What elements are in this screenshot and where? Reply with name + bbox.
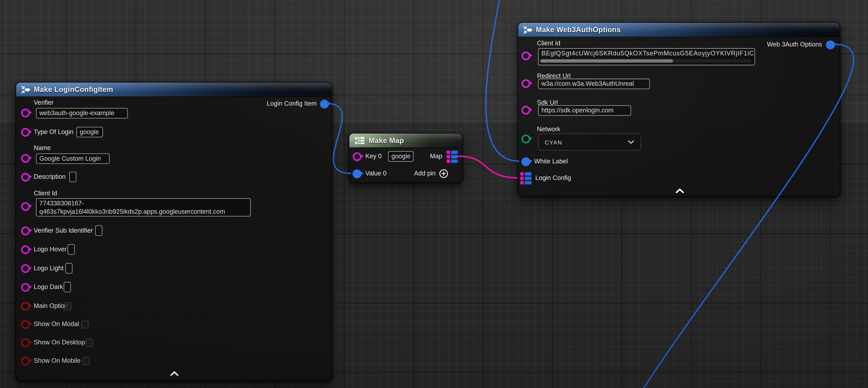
key-0-input[interactable]: google	[388, 151, 413, 162]
collapse-node-chevron-icon[interactable]	[170, 371, 179, 376]
redirect-url-input[interactable]: w3a://com.w3a.Web3AuthUnreal	[538, 79, 650, 89]
input-pin-logo-hover[interactable]	[21, 245, 30, 254]
verifier-input[interactable]: web3auth-google-example	[36, 108, 128, 118]
pin-label: Logo Dark	[34, 283, 63, 290]
input-pin-client-id[interactable]	[21, 202, 30, 211]
add-pin-icon[interactable]	[439, 169, 448, 178]
logo-hover-input[interactable]	[68, 244, 75, 255]
input-pin-verifier-sub-identifier[interactable]	[21, 227, 30, 235]
pin-label: Client Id	[34, 190, 57, 197]
dropdown-chevron-icon	[628, 140, 634, 144]
type-of-login-input[interactable]: google	[76, 127, 103, 137]
pin-label: Login Config	[535, 175, 571, 181]
sdk-url-input[interactable]: https://sdk.openlogin.com	[538, 105, 631, 116]
input-pin-verifier[interactable]	[21, 109, 30, 117]
description-input[interactable]	[69, 172, 76, 182]
client-id-input[interactable]: 774338308167-q463s7kpvja16l4l0kko3nb925i…	[36, 198, 251, 217]
logo-light-input[interactable]	[65, 263, 72, 273]
pin-label: Name	[34, 145, 51, 151]
input-pin-main-option[interactable]	[21, 302, 30, 311]
make-struct-icon	[523, 25, 532, 34]
field-scrollbar-thumb[interactable]	[540, 59, 673, 63]
input-pin-show-on-modal[interactable]	[21, 320, 30, 329]
node-header[interactable]: Make Map	[349, 133, 462, 148]
output-pin-login-config-item[interactable]	[320, 100, 329, 109]
logo-dark-input[interactable]	[64, 282, 71, 292]
show-on-modal-checkbox[interactable]	[82, 321, 89, 328]
collapse-node-chevron-icon[interactable]	[676, 188, 684, 193]
output-pin-label: Map	[430, 153, 442, 159]
make-map-icon	[354, 136, 365, 145]
make-struct-icon	[21, 85, 30, 94]
pin-label: Type Of Login	[34, 128, 73, 135]
pin-label: Network	[537, 126, 560, 132]
node-make-web3authoptions[interactable]: Make Web3AuthOptions Web 3Auth Options C…	[518, 22, 840, 197]
input-pin-client-id[interactable]	[522, 52, 530, 60]
input-pin-type-of-login[interactable]	[21, 128, 30, 137]
output-pin-web3auth-options[interactable]	[826, 40, 835, 49]
show-on-mobile-checkbox[interactable]	[82, 357, 90, 365]
pin-label: Description	[34, 173, 66, 180]
name-input[interactable]: Google Custom Login	[36, 153, 110, 164]
pin-label: Show On Desktop	[34, 339, 85, 346]
pin-label: Key 0	[365, 153, 382, 159]
pin-label: Redirect Url	[537, 72, 570, 79]
pin-label: Logo Light	[34, 265, 63, 271]
node-header[interactable]: Make LoginConfigItem	[16, 82, 332, 97]
output-pin-label: Login Config Item	[267, 100, 316, 107]
input-pin-logo-light[interactable]	[21, 264, 30, 273]
network-dropdown[interactable]: CYAN	[538, 133, 641, 151]
blueprint-editor: Make LoginConfigItem Login Config Item V…	[0, 0, 868, 388]
client-id-input[interactable]: BEglQSgt4cUWcj6SKRdu5QkOXTsePmMcusG5EAoy…	[538, 48, 755, 65]
pin-label: Show On Modal	[34, 321, 79, 327]
pin-label: Value 0	[365, 170, 386, 177]
pin-label: Verifier	[34, 99, 54, 106]
node-make-map[interactable]: Make Map Key 0 google Map Value 0 Add pi…	[349, 133, 463, 183]
input-pin-sdk-url[interactable]	[522, 106, 530, 115]
pin-label: Show On Mobile	[34, 357, 81, 364]
input-pin-description[interactable]	[21, 173, 30, 182]
show-on-desktop-checkbox[interactable]	[86, 339, 93, 347]
node-header[interactable]: Make Web3AuthOptions	[518, 23, 840, 37]
node-title: Make LoginConfigItem	[34, 85, 113, 94]
input-pin-show-on-mobile[interactable]	[21, 357, 30, 365]
input-pin-network[interactable]	[522, 135, 530, 144]
input-pin-login-config[interactable]	[520, 172, 531, 184]
input-pin-show-on-desktop[interactable]	[21, 338, 30, 347]
input-pin-white-label[interactable]	[522, 157, 530, 166]
node-title: Make Map	[369, 136, 404, 145]
add-pin-label: Add pin	[414, 170, 436, 177]
output-pin-map[interactable]	[447, 151, 458, 163]
node-make-loginconfigitem[interactable]: Make LoginConfigItem Login Config Item V…	[16, 82, 332, 381]
input-pin-value-0[interactable]	[352, 169, 362, 178]
pin-label: White Label	[534, 158, 568, 165]
input-pin-logo-dark[interactable]	[21, 283, 30, 292]
input-pin-redirect-url[interactable]	[522, 79, 530, 88]
pin-label: Client Id	[537, 40, 560, 47]
input-pin-key-0[interactable]	[352, 152, 362, 161]
output-pin-label: Web 3Auth Options	[767, 41, 822, 48]
input-pin-name[interactable]	[21, 154, 30, 163]
client-id-text: BEglQSgt4cUWcj6SKRdu5QkOXTsePmMcusG5EAoy…	[541, 50, 754, 57]
pin-label: Logo Hover	[34, 246, 67, 252]
pin-label: Main Option	[34, 302, 68, 309]
field-scrollbar[interactable]	[540, 59, 751, 63]
network-selected-value: CYAN	[545, 139, 562, 146]
node-title: Make Web3AuthOptions	[536, 25, 621, 34]
pin-label: Verifier Sub Identifier	[34, 227, 93, 234]
verifier-sub-identifier-input[interactable]	[95, 225, 102, 236]
graph-canvas[interactable]: Make LoginConfigItem Login Config Item V…	[0, 0, 868, 388]
pin-label: Sdk Url	[537, 99, 558, 106]
main-option-checkbox[interactable]	[64, 302, 71, 310]
